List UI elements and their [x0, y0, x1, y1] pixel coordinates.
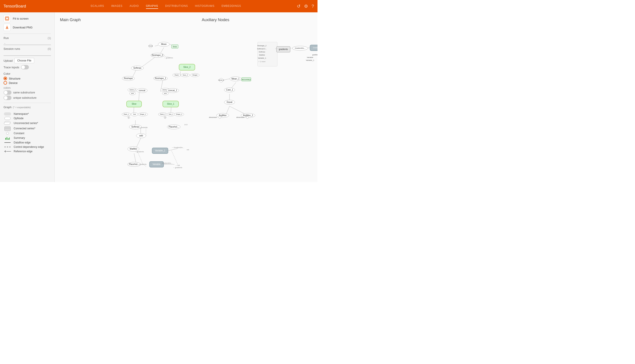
color-structure-row[interactable]: Structure [4, 77, 51, 80]
svg-text:dimension: dimension [236, 116, 244, 118]
svg-text:Variable_1: Variable_1 [258, 57, 266, 59]
svg-text:Const: Const [149, 45, 153, 47]
svg-line-16 [168, 148, 178, 151]
run-label: Run [4, 36, 9, 40]
svg-text:+ 1 more: + 1 more [258, 60, 265, 62]
same-substructure-row: same substructure [4, 90, 51, 95]
divider-1 [4, 34, 51, 34]
svg-text:Cast_1: Cast_1 [226, 88, 233, 91]
upload-row: Upload Choose File [4, 58, 51, 63]
svg-text:Softmax: Softmax [133, 67, 142, 69]
svg-text:→ GradientDe...: → GradientDe... [160, 162, 172, 164]
graph-area[interactable]: Main Graph Auxiliary Nodes [55, 12, 318, 182]
color-device-radio[interactable] [4, 81, 7, 84]
session-count: (0) [48, 47, 51, 50]
legend-connected-icon [4, 126, 12, 130]
legend-summary-label: Summary [14, 136, 25, 140]
session-field: Session runs (0) [4, 47, 51, 56]
svg-point-126 [246, 116, 249, 118]
legend-unconnected-icon [4, 121, 12, 125]
svg-text:Variable: Variable [153, 163, 161, 166]
choose-file-button[interactable]: Choose File [14, 58, 34, 63]
svg-text:1x10: 1x10 [184, 124, 187, 125]
logo: TensorBoard [4, 4, 26, 8]
color-structure-radio[interactable] [4, 77, 7, 80]
svg-text:Softmax: Softmax [259, 51, 265, 53]
settings-icon[interactable]: ⚙ [304, 4, 308, 9]
svg-text:Shape_1: Shape_1 [140, 114, 146, 115]
aux-nodes: Reshape_2 SoftmaxCr... Softmax MatMul Va… [257, 42, 318, 66]
svg-text:Reshape_2: Reshape_2 [152, 54, 163, 56]
download-png-row[interactable]: Download PNG [4, 24, 51, 31]
svg-text:init: init [187, 149, 189, 151]
svg-text:SoftmaxCr...: SoftmaxCr... [257, 48, 267, 50]
session-label: Session runs [4, 47, 20, 50]
svg-text:ArgMax_1: ArgMax_1 [243, 114, 253, 116]
download-icon [5, 25, 9, 30]
trace-inputs-label: Trace inputs [4, 66, 19, 69]
nav-histograms[interactable]: HISTOGRAMS [195, 4, 214, 9]
graph-legend: Graph (* = expandable) Namespace* OpNode [4, 106, 51, 153]
session-select[interactable] [4, 51, 51, 56]
run-count: (1) [48, 36, 51, 40]
run-field: Run (1) . [4, 36, 51, 45]
color-structure-label: Structure [9, 77, 21, 80]
trace-inputs-row: Trace inputs [4, 65, 51, 70]
svg-text:Const_1: Const_1 [218, 79, 224, 81]
nav-scalars[interactable]: SCALARS [91, 4, 104, 9]
color-device-row[interactable]: Device [4, 81, 51, 84]
help-icon[interactable]: ? [312, 4, 314, 9]
legend-unconnected: Unconnected series* [4, 121, 51, 125]
nav-embeddings[interactable]: EMBEDDINGS [222, 4, 241, 9]
fit-to-screen-row[interactable]: Fit to screen [4, 15, 51, 22]
nav-images[interactable]: IMAGES [111, 4, 122, 9]
main-layout: Fit to screen Download PNG Run (1) . [0, 12, 318, 182]
legend-reference-icon [4, 150, 12, 152]
run-select[interactable]: . [4, 40, 51, 45]
legend-namespace: Namespace* [4, 112, 51, 116]
nav-graphs[interactable]: GRAPHS [146, 4, 158, 9]
svg-text:y: y [165, 116, 166, 118]
graph-label: Graph [4, 106, 12, 109]
nav-distributions[interactable]: DISTRIBUTIONS [165, 4, 188, 9]
svg-line-17 [172, 151, 178, 166]
legend-control-label: Control dependency edge [14, 146, 44, 148]
fit-to-screen-label: Fit to screen [13, 17, 29, 20]
edges [132, 44, 248, 166]
refresh-icon[interactable]: ↺ [297, 4, 301, 9]
legend-reference-label: Reference edge [14, 150, 33, 153]
svg-text:Rank_2: Rank_2 [160, 114, 165, 115]
svg-text:Mean: Mean [161, 43, 167, 46]
color-section: Color Structure Device [4, 72, 51, 84]
legend-constant-icon [4, 132, 12, 135]
svg-text:Reshape_2: Reshape_2 [258, 45, 267, 47]
svg-text:Reshape: Reshape [124, 77, 133, 80]
legend-control-icon [4, 147, 12, 147]
fit-icon [5, 16, 9, 21]
legend-connected: Connected series* [4, 126, 51, 130]
svg-text:Rank: Rank [175, 74, 179, 76]
colors-section: colors same substructure unique substruc… [4, 86, 51, 100]
legend-constant-label: Constant [14, 132, 24, 135]
graph-svg: Mean Const loss Reshape_2 → gradients So… [55, 12, 318, 182]
legend-unconnected-label: Unconnected series* [14, 122, 38, 125]
svg-text:→ GradientDe...: → GradientDe... [171, 146, 184, 148]
legend-namespace-label: Namespace* [14, 112, 29, 116]
svg-text:add: add [139, 134, 143, 137]
same-substructure-toggle[interactable] [4, 90, 12, 95]
unique-substructure-label: unique substructure [13, 96, 36, 99]
svg-rect-1 [6, 18, 8, 20]
svg-text:axis: axis [164, 92, 167, 94]
svg-text:concat: concat [139, 89, 145, 92]
svg-text:→ gradients: → gradients [163, 57, 173, 59]
svg-text:GradientDesc...: GradientDesc... [313, 47, 318, 49]
svg-text:→ init: → init [175, 164, 180, 166]
nav-audio[interactable]: AUDIO [130, 4, 139, 9]
unique-substructure-toggle[interactable] [4, 96, 12, 100]
legend-namespace-icon [4, 112, 12, 116]
sidebar: Fit to screen Download PNG Run (1) . [0, 12, 55, 182]
svg-text:Reshape_1: Reshape_1 [155, 77, 166, 80]
trace-inputs-toggle[interactable] [21, 65, 29, 70]
svg-text:→ gradients: → gradients [134, 151, 144, 153]
svg-text:Equal: Equal [227, 101, 232, 103]
